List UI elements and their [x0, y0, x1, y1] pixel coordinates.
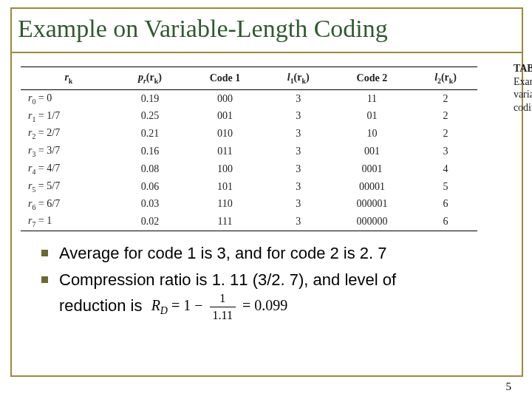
table-row: r7 = 10.0211130000006 [21, 213, 477, 231]
cell-l1: 3 [267, 160, 330, 178]
cell-l1: 3 [267, 89, 330, 107]
table-row: r1 = 1/70.250013012 [21, 108, 477, 126]
cell-pr: 0.06 [117, 178, 183, 196]
bullet-list: Average for code 1 is 3, and for code 2 … [41, 242, 502, 324]
cropped-caption: TABL Exan varia codin [514, 62, 532, 114]
col-pr: pr(rk) [117, 67, 183, 90]
slide-frame: Example on Variable-Length Coding rk pr(… [10, 7, 523, 377]
cell-rk: r6 = 6/7 [21, 196, 117, 214]
col-l1: l1(rk) [267, 67, 330, 90]
cell-pr: 0.21 [117, 125, 183, 143]
table-row: r0 = 00.190003112 [21, 89, 477, 107]
cell-c1: 110 [183, 196, 267, 214]
cell-c2: 10 [330, 125, 414, 143]
cell-l2: 3 [414, 143, 477, 160]
cell-rk: r3 = 3/7 [21, 143, 117, 160]
cell-c1: 000 [183, 89, 267, 107]
cell-rk: r7 = 1 [21, 213, 117, 231]
cell-c1: 011 [183, 143, 267, 160]
col-rk: rk [21, 67, 117, 90]
table-row: r5 = 5/70.061013000015 [21, 178, 477, 196]
cell-l1: 3 [267, 213, 330, 231]
cell-rk: r4 = 4/7 [21, 160, 117, 178]
cell-pr: 0.16 [117, 143, 183, 160]
codes-table: rk pr(rk) Code 1 l1(rk) Code 2 l2(rk) r0… [21, 66, 477, 231]
col-l2: l2(rk) [414, 67, 477, 90]
bullet-2: Compression ratio is 1. 11 (3/2. 7), and… [41, 269, 502, 324]
cell-c2: 00001 [330, 178, 414, 196]
cell-l2: 6 [414, 213, 477, 231]
cell-c1: 100 [183, 160, 267, 178]
cell-l1: 3 [267, 196, 330, 214]
cell-l2: 5 [414, 178, 477, 196]
cell-pr: 0.03 [117, 196, 183, 214]
cell-c2: 000001 [330, 196, 414, 214]
cell-l2: 4 [414, 160, 477, 178]
table-header-row: rk pr(rk) Code 1 l1(rk) Code 2 l2(rk) [21, 67, 477, 90]
title-bar: Example on Variable-Length Coding [12, 9, 522, 53]
cell-rk: r5 = 5/7 [21, 178, 117, 196]
table-figure: rk pr(rk) Code 1 l1(rk) Code 2 l2(rk) r0… [21, 66, 508, 228]
table-row: r2 = 2/70.210103102 [21, 125, 477, 143]
cell-rk: r0 = 0 [21, 89, 117, 107]
cell-c2: 000000 [330, 213, 414, 231]
cell-l1: 3 [267, 178, 330, 196]
col-code2: Code 2 [330, 67, 414, 90]
cell-c2: 001 [330, 143, 414, 160]
cell-c2: 0001 [330, 160, 414, 178]
cell-c1: 001 [183, 108, 267, 126]
col-code1: Code 1 [183, 67, 267, 90]
cell-rk: r2 = 2/7 [21, 125, 117, 143]
cell-pr: 0.25 [117, 108, 183, 126]
formula: RD = 1 − 11.11 = 0.099 [151, 290, 288, 323]
bullet-1: Average for code 1 is 3, and for code 2 … [41, 242, 502, 265]
cell-pr: 0.02 [117, 213, 183, 231]
cell-l1: 3 [267, 125, 330, 143]
cell-pr: 0.08 [117, 160, 183, 178]
cell-c2: 11 [330, 89, 414, 107]
cell-l1: 3 [267, 108, 330, 126]
cell-rk: r1 = 1/7 [21, 108, 117, 126]
table-row: r4 = 4/70.08100300014 [21, 160, 477, 178]
page-number: 5 [506, 381, 512, 393]
cell-c1: 101 [183, 178, 267, 196]
cell-pr: 0.19 [117, 89, 183, 107]
cell-c1: 111 [183, 213, 267, 231]
cell-l1: 3 [267, 143, 330, 160]
cell-c1: 010 [183, 125, 267, 143]
page-title: Example on Variable-Length Coding [18, 15, 516, 43]
cell-l2: 2 [414, 125, 477, 143]
cell-l2: 2 [414, 108, 477, 126]
table-row: r6 = 6/70.0311030000016 [21, 196, 477, 214]
cell-c2: 01 [330, 108, 414, 126]
cell-l2: 6 [414, 196, 477, 214]
cell-l2: 2 [414, 89, 477, 107]
table-row: r3 = 3/70.1601130013 [21, 143, 477, 160]
